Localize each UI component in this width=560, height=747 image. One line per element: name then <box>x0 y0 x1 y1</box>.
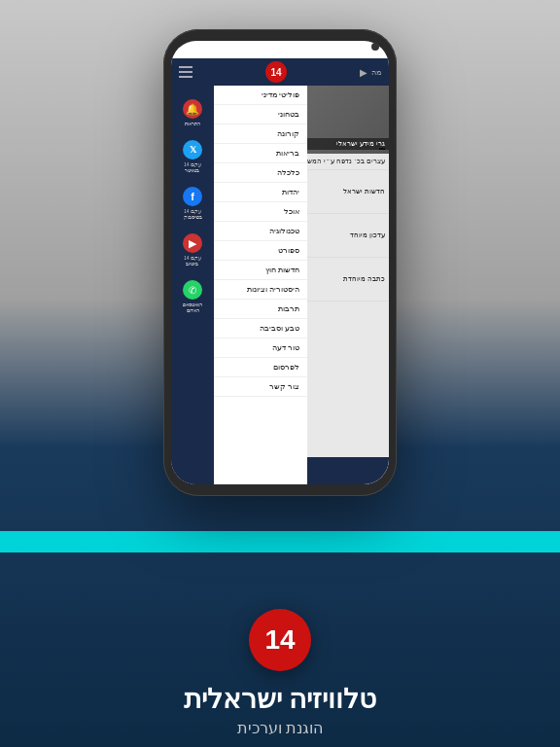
nav-menu: פוליטי מדיני בטחוני קורונה בריאות כלכלה … <box>214 86 307 484</box>
header-logo: 14 <box>265 61 287 83</box>
teal-accent-bar <box>0 531 560 552</box>
social-item-twitter[interactable]: 𝕏 עקבו 14בטוויטר <box>171 134 214 179</box>
nav-item-sports[interactable]: ספורט <box>214 241 307 261</box>
hamburger-icon[interactable] <box>179 66 192 78</box>
phone-mockup: 14 ▶ מה גרי מידע ישראלי 25 עצרים בכ׳ נדפ… <box>163 29 397 496</box>
social-item-whatsapp[interactable]: ✆ הוואטסאפהאדום <box>171 274 214 319</box>
nav-item-food[interactable]: אוכל <box>214 202 307 222</box>
nav-item-history[interactable]: היסטוריה וציונות <box>214 280 307 300</box>
nav-item-foreign[interactable]: חדשות חוץ <box>214 261 307 280</box>
facebook-icon: f <box>183 187 202 206</box>
phone-shell: 14 ▶ מה גרי מידע ישראלי 25 עצרים בכ׳ נדפ… <box>163 29 397 496</box>
nav-item-contact[interactable]: צור קשר <box>214 377 307 397</box>
social-item-youtube[interactable]: ▶ עקבו 14ביוטיוב <box>171 228 214 272</box>
header-right: ▶ מה <box>360 67 381 78</box>
whatsapp-icon: ✆ <box>183 280 202 300</box>
twitter-label: עקבו 14בטוויטר <box>184 161 201 173</box>
youtube-label: עקבו 14ביוטיוב <box>184 255 201 267</box>
phone-screen: 14 ▶ מה גרי מידע ישראלי 25 עצרים בכ׳ נדפ… <box>171 41 389 484</box>
nav-item-economy[interactable]: כלכלה <box>214 163 307 183</box>
nav-item-nature[interactable]: טבע וסביבה <box>214 319 307 338</box>
bottom-section: 14 טלוויזיה ישראלית הוגנת וערכית <box>0 589 560 747</box>
whatsapp-label: הוואטסאפהאדום <box>183 302 202 313</box>
nav-item-judaism[interactable]: יהדות <box>214 183 307 202</box>
nav-item-politics[interactable]: פוליטי מדיני <box>214 86 307 105</box>
nav-item-culture[interactable]: תרבות <box>214 300 307 319</box>
notifications-label: התראות <box>185 121 200 126</box>
app-title-hebrew: טלוויזיה ישראלית <box>184 683 377 715</box>
app-header: 14 ▶ מה <box>171 58 389 86</box>
social-item-notifications[interactable]: 🔔 התראות <box>171 93 214 132</box>
nav-item-security[interactable]: בטחוני <box>214 105 307 124</box>
social-item-facebook[interactable]: f עקבו 14בפייסבוק <box>171 181 214 226</box>
camera-dot <box>371 43 379 51</box>
sidebar-overlay: 🔔 התראות 𝕏 עקבו 14בטוויטר f עקבו 14בפייס… <box>171 86 307 484</box>
nav-item-advertise[interactable]: לפרסום <box>214 358 307 377</box>
nav-item-health[interactable]: בריאות <box>214 144 307 163</box>
facebook-label: עקבו 14בפייסבוק <box>184 208 202 220</box>
social-panel: 🔔 התראות 𝕏 עקבו 14בטוויטר f עקבו 14בפייס… <box>171 86 214 484</box>
channel-logo-small: מה <box>371 68 381 77</box>
app-logo-large: 14 <box>249 609 311 671</box>
twitter-icon: 𝕏 <box>183 140 202 160</box>
bell-icon: 🔔 <box>183 99 202 119</box>
nav-item-tech[interactable]: טכנולוגיה <box>214 222 307 241</box>
nav-item-corona[interactable]: קורונה <box>214 124 307 144</box>
youtube-icon: ▶ <box>183 233 202 253</box>
live-badge: ▶ <box>360 67 368 78</box>
nav-item-opinion[interactable]: טור דעה <box>214 338 307 358</box>
app-content: גרי מידע ישראלי 25 עצרים בכ׳ נדפח ע״י המ… <box>171 86 389 484</box>
app-subtitle-hebrew: הוגנת וערכית <box>237 719 323 737</box>
